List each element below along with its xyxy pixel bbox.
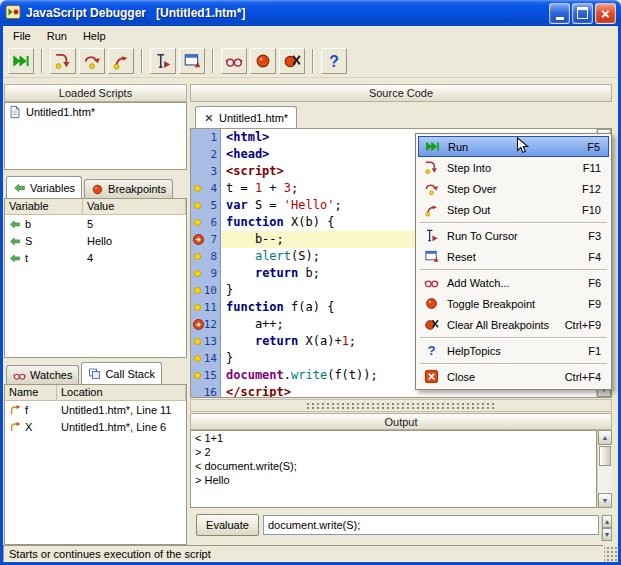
stack-frame-icon [9, 404, 21, 416]
variable-tag-icon [9, 218, 21, 230]
status-text: Starts or continues execution of the scr… [3, 545, 604, 562]
source-code-header: Source Code [190, 84, 612, 102]
toggle-breakpoint-icon [254, 52, 272, 70]
run-to-cursor-icon [154, 52, 172, 70]
output-line: > 2 [191, 445, 596, 459]
scrollbar-thumb[interactable] [599, 446, 611, 466]
mouse-cursor [512, 135, 534, 159]
variables-row[interactable]: SHello [5, 232, 186, 249]
gutter-line-13[interactable]: 13 [191, 333, 221, 350]
gutter-line-12[interactable]: 12 [191, 316, 221, 333]
gutter-line-14[interactable]: 14 [191, 350, 221, 367]
evaluate-input[interactable] [263, 515, 599, 535]
context-menu-item-run-to-cursor[interactable]: Run To CursorF3 [418, 225, 609, 246]
splitter-grip[interactable] [306, 402, 496, 409]
output-line: < document.write(S); [191, 459, 596, 473]
left-tab-watches[interactable]: Watches [6, 365, 79, 384]
maximize-button[interactable] [572, 3, 593, 24]
left-tab-call-stack[interactable]: Call Stack [81, 362, 162, 384]
resize-grip[interactable] [604, 545, 618, 562]
gutter-line-5[interactable]: 5 [191, 197, 221, 214]
menubar-item-help[interactable]: Help [75, 28, 114, 44]
context-menu-item-close[interactable]: CloseCtrl+F4 [418, 366, 609, 387]
gutter-line-15[interactable]: 15 [191, 367, 221, 384]
run-icon [12, 52, 30, 70]
gutter-line-11[interactable]: 11 [191, 299, 221, 316]
help-button[interactable]: ? [321, 48, 347, 74]
variables-row[interactable]: b5 [5, 215, 186, 232]
context-menu-item-reset[interactable]: ResetF4 [418, 246, 609, 267]
gutter-line-6[interactable]: 6 [191, 214, 221, 231]
context-menu-item-step-into[interactable]: Step IntoF11 [418, 157, 609, 178]
titlebar[interactable]: JavaScript Debugger[Untitled1.htm*] [0, 0, 621, 26]
source-output-splitter[interactable] [190, 399, 612, 412]
svg-text:?: ? [329, 53, 339, 70]
output-scrollbar[interactable]: ▲ ▼ [597, 430, 612, 508]
run-button[interactable] [8, 48, 34, 74]
minimize-button[interactable] [549, 3, 570, 24]
loaded-scripts-header: Loaded Scripts [4, 84, 187, 102]
statement-dot-icon [194, 253, 201, 260]
context-menu-item-helptopics[interactable]: ?HelpTopicsF1 [418, 340, 609, 361]
callstack-row[interactable]: fUntitled1.htm*, Line 11 [5, 401, 186, 418]
callstack-row[interactable]: XUntitled1.htm*, Line 6 [5, 418, 186, 435]
step-out-button[interactable] [108, 48, 134, 74]
window-border-left [0, 26, 3, 565]
menubar: FileRunHelp [3, 26, 618, 45]
add-watch-icon [225, 52, 243, 70]
scroll-down-icon[interactable]: ▼ [598, 493, 612, 508]
left-tab-breakpoints[interactable]: Breakpoints [84, 179, 173, 198]
callstack-table: NameLocationfUntitled1.htm*, Line 11XUnt… [4, 384, 187, 545]
gutter-line-8[interactable]: 8 [191, 248, 221, 265]
statement-dot-icon [194, 372, 201, 379]
menubar-item-file[interactable]: File [5, 28, 39, 44]
gutter-line-2[interactable]: 2 [191, 146, 221, 163]
menubar-item-run[interactable]: Run [39, 28, 75, 44]
variable-tag-icon [9, 235, 21, 247]
window-title-app: JavaScript Debugger [26, 6, 146, 20]
evaluate-button[interactable]: Evaluate [196, 514, 259, 536]
scroll-up-icon[interactable]: ▲ [602, 515, 612, 528]
context-menu-item-step-over[interactable]: Step OverF12 [418, 178, 609, 199]
source-tab[interactable]: Untitled1.htm* [195, 106, 297, 128]
scroll-up-icon[interactable]: ▲ [598, 430, 612, 445]
step-into-button[interactable] [50, 48, 76, 74]
document-icon [8, 105, 22, 119]
variables-tabs: VariablesBreakpoints [4, 176, 187, 198]
loaded-script-item[interactable]: Untitled1.htm* [5, 103, 186, 121]
context-menu-item-add-watch[interactable]: Add Watch...F6 [418, 272, 609, 293]
gutter-line-9[interactable]: 9 [191, 265, 221, 282]
help-icon: ? [421, 343, 441, 358]
step-over-icon [83, 52, 101, 70]
clear-all-breakpoints-button[interactable] [279, 48, 305, 74]
variable-tag-icon [9, 252, 21, 264]
scroll-down-icon[interactable]: ▼ [602, 528, 612, 541]
close-button[interactable] [595, 3, 616, 24]
step-over-icon [421, 181, 441, 196]
gutter-line-7[interactable]: 7 [191, 231, 221, 248]
help-icon: ? [325, 52, 343, 70]
callstack-icon [88, 367, 101, 380]
step-over-button[interactable] [79, 48, 105, 74]
variables-row[interactable]: t4 [5, 249, 186, 266]
gutter-line-16[interactable]: 16 [191, 384, 221, 397]
source-tab-label: Untitled1.htm* [219, 112, 288, 124]
run-to-cursor-button[interactable] [150, 48, 176, 74]
evaluate-scrollbar[interactable]: ▲ ▼ [601, 515, 612, 541]
add-watch-button[interactable] [221, 48, 247, 74]
context-menu-item-clear-all-breakpoints[interactable]: Clear All BreakpointsCtrl+F9 [418, 314, 609, 335]
output-line: > Hello [191, 473, 596, 487]
context-menu-item-step-out[interactable]: Step OutF10 [418, 199, 609, 220]
context-menu-item-toggle-breakpoint[interactable]: Toggle BreakpointF9 [418, 293, 609, 314]
gutter-line-1[interactable]: 1 [191, 129, 221, 146]
reset-button[interactable] [179, 48, 205, 74]
variables-table: VariableValueb5SHellot4 [4, 198, 187, 358]
gutter-line-10[interactable]: 10 [191, 282, 221, 299]
left-tab-variables[interactable]: Variables [6, 176, 82, 198]
add-watch-icon [421, 275, 441, 290]
stack-frame-icon [9, 421, 21, 433]
gutter-line-4[interactable]: 4 [191, 180, 221, 197]
toggle-breakpoint-button[interactable] [250, 48, 276, 74]
statement-dot-icon [194, 219, 201, 226]
gutter-line-3[interactable]: 3 [191, 163, 221, 180]
